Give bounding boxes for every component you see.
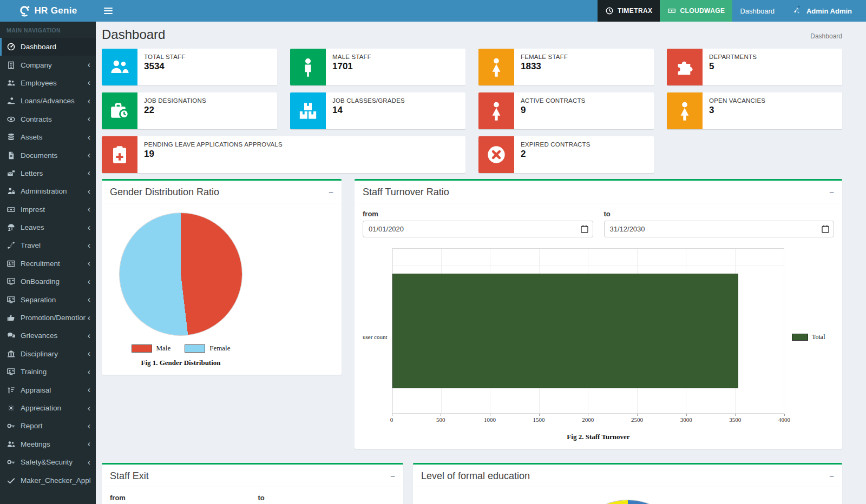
- stat-card-value: 1701: [332, 61, 371, 72]
- sidebar-item-company[interactable]: Company‹: [0, 56, 96, 74]
- sidebar-section-label: MAIN NAVIGATION: [0, 22, 96, 38]
- staff-exit-panel-header: Staff Exit −: [102, 465, 403, 487]
- sidebar-item-recruitment[interactable]: Recruitment‹: [0, 255, 96, 273]
- staff-turnover-bar-chart: user count 05001000150020002500300035004…: [363, 248, 834, 426]
- sidebar-item-leaves[interactable]: Leaves‹: [0, 218, 96, 236]
- turnover-to-date-input[interactable]: [604, 221, 835, 237]
- gauge-icon: [6, 42, 16, 51]
- female-icon: [674, 100, 696, 122]
- sidebar-item-separation[interactable]: Separation‹: [0, 290, 96, 308]
- education-panel-title: Level of formal education: [421, 470, 530, 482]
- sidebar-item-documents[interactable]: Documents‹: [0, 146, 96, 164]
- sidebar-item-loans-advances[interactable]: Loans/Advances‹: [0, 92, 96, 110]
- stat-card-value: 22: [144, 105, 206, 116]
- gridline: [392, 265, 784, 266]
- bar-chart-legend: Total: [784, 333, 834, 341]
- sidebar-item-travel[interactable]: Travel‹: [0, 236, 96, 254]
- nav-item-admin-admin[interactable]: Admin Admin: [782, 0, 860, 22]
- education-pie-chart: [570, 500, 685, 504]
- clipboardmed-icon: [109, 144, 130, 165]
- sidebar-item-dashboard[interactable]: Dashboard: [0, 38, 96, 56]
- stat-card-label: JOB CLASSES/GRADES: [332, 97, 405, 104]
- sidebar-item-safety-security[interactable]: Safety&Security‹: [0, 453, 96, 471]
- from-label: from: [363, 210, 593, 218]
- chat-icon: [6, 331, 16, 340]
- sidebar-item-grievances[interactable]: Grievances‹: [0, 327, 96, 344]
- sidebar-item-label: Travel: [21, 241, 86, 249]
- sidebar-item-appraisal[interactable]: Appraisal‹: [0, 381, 96, 399]
- stat-card-tile: [102, 136, 137, 173]
- sidebar-item-contracts[interactable]: Contracts‹: [0, 110, 96, 128]
- sidebar-item-label: Company: [21, 61, 86, 69]
- sidebar-toggle-hamburger-icon[interactable]: [96, 0, 121, 22]
- sidebar-item-imprest[interactable]: Imprest‹: [0, 201, 96, 218]
- personscreen-icon: [6, 367, 16, 376]
- chevron-left-icon: ‹: [86, 422, 90, 430]
- sidebar-item-appreciation[interactable]: Appreciation‹: [0, 399, 96, 417]
- sidebar-item-administration[interactable]: Administration‹: [0, 182, 96, 200]
- stat-card-label: DEPARTMENTS: [709, 54, 757, 60]
- xcircle-icon: [486, 144, 507, 165]
- education-panel-header: Level of formal education −: [413, 465, 842, 487]
- staff-turnover-panel: Staff Turnover Ratio − from to: [355, 179, 842, 449]
- calendar-icon[interactable]: [822, 225, 829, 233]
- chevron-left-icon: ‹: [86, 314, 90, 322]
- collapse-button[interactable]: −: [390, 472, 395, 480]
- stat-card-value: 9: [521, 105, 586, 116]
- stat-card-open-vacancies: OPEN VACANCIES3: [667, 92, 842, 129]
- chevron-left-icon: ‹: [86, 241, 90, 250]
- idcard-icon: [6, 259, 16, 268]
- puzzle-icon: [674, 56, 696, 78]
- legend-label: Female: [209, 344, 230, 353]
- breadcrumb[interactable]: Dashboard: [810, 32, 842, 42]
- tick-mark: [539, 414, 540, 416]
- sidebar-item-label: Dashboard: [21, 43, 90, 51]
- sidebar-item-label: Documents: [21, 151, 86, 160]
- turnover-from-date-input[interactable]: [363, 221, 593, 237]
- sidebar-item-employees[interactable]: Employees‹: [0, 74, 96, 92]
- nav-item-cloudwage[interactable]: CLOUDWAGE: [660, 0, 732, 22]
- sidebar-item-assets[interactable]: Assets‹: [0, 128, 96, 146]
- x-tick-label: 1000: [484, 416, 496, 423]
- stat-card-value: 14: [332, 105, 405, 116]
- brand-logo[interactable]: HR Genie: [0, 0, 96, 22]
- bar-total: [392, 274, 738, 389]
- charts-row: Gender Distribution Ratio − MaleFemale F…: [102, 179, 842, 449]
- stat-card-tile: [102, 92, 137, 129]
- collapse-button[interactable]: −: [329, 188, 333, 196]
- top-nav-right: TIMETRAXCLOUDWAGEDashboardAdmin Admin: [598, 0, 866, 22]
- sidebar-item-onboarding[interactable]: OnBoarding‹: [0, 273, 96, 290]
- people-icon: [6, 78, 16, 88]
- key-icon: [6, 421, 16, 430]
- content-header: Dashboard Dashboard: [102, 26, 842, 49]
- chevron-left-icon: ‹: [86, 205, 90, 214]
- sidebar-item-letters[interactable]: Letters‹: [0, 164, 96, 182]
- sidebar-item-report[interactable]: Report‹: [0, 417, 96, 435]
- route-icon: [6, 241, 16, 250]
- nav-item-dashboard[interactable]: Dashboard: [732, 0, 782, 22]
- collapse-button[interactable]: −: [829, 188, 834, 196]
- sidebar-item-training[interactable]: Training‹: [0, 363, 96, 381]
- stat-card-label: OPEN VACANCIES: [709, 97, 765, 104]
- sidebar-item-disciplinary[interactable]: Disciplinary‹: [0, 345, 96, 363]
- chevron-left-icon: ‹: [86, 223, 90, 232]
- sidebar-item-maker-checker-applications[interactable]: Maker_Checker_Applications: [0, 471, 96, 489]
- stat-card-value: 3: [709, 105, 765, 116]
- sidebar-item-promotion-demotion[interactable]: Promotion/Demotion‹: [0, 309, 96, 327]
- collapse-button[interactable]: −: [829, 472, 834, 480]
- sidebar-item-label: Maker_Checker_Applications: [21, 476, 90, 485]
- stat-card-tile: [667, 49, 703, 85]
- chevron-left-icon: ‹: [86, 169, 90, 177]
- tick-mark: [392, 414, 392, 416]
- people-icon: [6, 440, 16, 449]
- from-label: from: [110, 494, 247, 502]
- gender-pie-chart: MaleFemale Fig 1. Gender Distribution: [120, 210, 242, 367]
- sidebar-item-meetings[interactable]: Meetings‹: [0, 435, 96, 453]
- tick-mark: [588, 414, 588, 416]
- nav-item-timetrax[interactable]: TIMETRAX: [598, 0, 660, 22]
- file-icon: [6, 151, 16, 160]
- education-panel-body: [413, 487, 842, 504]
- clock-icon: [605, 6, 614, 15]
- personscreen-icon: [6, 277, 16, 286]
- calendar-icon[interactable]: [581, 225, 588, 233]
